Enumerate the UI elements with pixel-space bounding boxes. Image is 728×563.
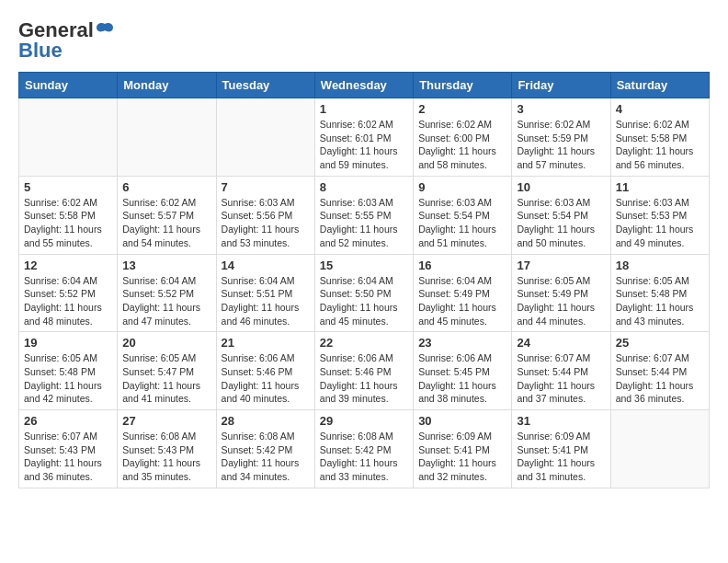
day-info: Sunrise: 6:07 AM Sunset: 5:43 PM Dayligh… [24, 430, 112, 484]
day-info: Sunrise: 6:07 AM Sunset: 5:44 PM Dayligh… [517, 351, 605, 406]
day-number: 29 [320, 414, 408, 428]
calendar-cell [610, 410, 709, 488]
header-friday: Friday [512, 73, 610, 98]
day-number: 6 [122, 180, 210, 194]
day-number: 25 [616, 336, 704, 350]
calendar-cell: 16Sunrise: 6:04 AM Sunset: 5:49 PM Dayli… [414, 254, 512, 332]
calendar-cell: 5Sunrise: 6:02 AM Sunset: 5:58 PM Daylig… [19, 176, 118, 254]
day-info: Sunrise: 6:04 AM Sunset: 5:52 PM Dayligh… [24, 274, 112, 328]
day-info: Sunrise: 6:09 AM Sunset: 5:41 PM Dayligh… [517, 430, 605, 484]
calendar-cell: 11Sunrise: 6:03 AM Sunset: 5:53 PM Dayli… [610, 176, 709, 254]
header-monday: Monday [118, 73, 216, 98]
calendar-cell: 6Sunrise: 6:02 AM Sunset: 5:57 PM Daylig… [118, 176, 216, 254]
calendar-header-row: SundayMondayTuesdayWednesdayThursdayFrid… [19, 73, 710, 98]
calendar-week-4: 26Sunrise: 6:07 AM Sunset: 5:43 PM Dayli… [19, 410, 710, 488]
day-info: Sunrise: 6:02 AM Sunset: 5:59 PM Dayligh… [517, 118, 605, 172]
day-number: 15 [320, 259, 408, 272]
calendar-cell: 9Sunrise: 6:03 AM Sunset: 5:54 PM Daylig… [414, 176, 512, 254]
calendar-cell: 26Sunrise: 6:07 AM Sunset: 5:43 PM Dayli… [19, 410, 118, 488]
header-wednesday: Wednesday [314, 73, 413, 98]
day-number: 1 [320, 102, 408, 116]
day-info: Sunrise: 6:04 AM Sunset: 5:49 PM Dayligh… [418, 274, 506, 328]
day-info: Sunrise: 6:03 AM Sunset: 5:54 PM Dayligh… [418, 196, 506, 250]
day-number: 23 [418, 336, 506, 350]
calendar-cell: 31Sunrise: 6:09 AM Sunset: 5:41 PM Dayli… [512, 410, 610, 488]
day-number: 18 [616, 259, 704, 272]
day-info: Sunrise: 6:02 AM Sunset: 5:58 PM Dayligh… [616, 118, 704, 172]
day-number: 2 [418, 102, 506, 116]
day-info: Sunrise: 6:06 AM Sunset: 5:45 PM Dayligh… [418, 351, 506, 406]
logo-blue-text: Blue [18, 39, 63, 63]
header-tuesday: Tuesday [216, 73, 314, 98]
calendar-cell [118, 98, 216, 177]
day-info: Sunrise: 6:02 AM Sunset: 6:01 PM Dayligh… [320, 118, 408, 172]
calendar-cell: 28Sunrise: 6:08 AM Sunset: 5:42 PM Dayli… [216, 410, 314, 488]
day-info: Sunrise: 6:04 AM Sunset: 5:52 PM Dayligh… [122, 274, 210, 328]
calendar-cell: 12Sunrise: 6:04 AM Sunset: 5:52 PM Dayli… [19, 254, 118, 332]
day-number: 27 [122, 414, 210, 428]
day-number: 4 [616, 102, 704, 116]
calendar-week-2: 12Sunrise: 6:04 AM Sunset: 5:52 PM Dayli… [19, 254, 710, 332]
calendar-cell: 19Sunrise: 6:05 AM Sunset: 5:48 PM Dayli… [19, 332, 118, 410]
calendar-cell: 21Sunrise: 6:06 AM Sunset: 5:46 PM Dayli… [216, 332, 314, 410]
day-number: 11 [616, 180, 704, 194]
day-number: 21 [222, 336, 310, 350]
day-info: Sunrise: 6:06 AM Sunset: 5:46 PM Dayligh… [320, 351, 408, 406]
calendar-cell: 4Sunrise: 6:02 AM Sunset: 5:58 PM Daylig… [610, 98, 709, 177]
day-info: Sunrise: 6:08 AM Sunset: 5:43 PM Dayligh… [122, 430, 210, 484]
calendar-cell: 27Sunrise: 6:08 AM Sunset: 5:43 PM Dayli… [118, 410, 216, 488]
day-number: 26 [24, 414, 112, 428]
day-number: 30 [418, 414, 506, 428]
day-number: 5 [24, 180, 112, 194]
day-info: Sunrise: 6:02 AM Sunset: 5:58 PM Dayligh… [24, 196, 112, 250]
day-number: 19 [24, 336, 112, 350]
calendar-cell: 20Sunrise: 6:05 AM Sunset: 5:47 PM Dayli… [118, 332, 216, 410]
calendar-week-0: 1Sunrise: 6:02 AM Sunset: 6:01 PM Daylig… [19, 98, 710, 177]
calendar-cell: 7Sunrise: 6:03 AM Sunset: 5:56 PM Daylig… [216, 176, 314, 254]
calendar-week-3: 19Sunrise: 6:05 AM Sunset: 5:48 PM Dayli… [19, 332, 710, 410]
calendar-cell: 15Sunrise: 6:04 AM Sunset: 5:50 PM Dayli… [314, 254, 413, 332]
page-header: General Blue [18, 18, 710, 63]
day-number: 3 [517, 102, 605, 116]
day-info: Sunrise: 6:02 AM Sunset: 5:57 PM Dayligh… [122, 196, 210, 250]
calendar-cell: 2Sunrise: 6:02 AM Sunset: 6:00 PM Daylig… [414, 98, 512, 177]
day-info: Sunrise: 6:03 AM Sunset: 5:56 PM Dayligh… [222, 196, 310, 250]
day-info: Sunrise: 6:08 AM Sunset: 5:42 PM Dayligh… [320, 430, 408, 484]
header-sunday: Sunday [19, 73, 118, 98]
day-info: Sunrise: 6:04 AM Sunset: 5:51 PM Dayligh… [222, 274, 310, 328]
day-number: 22 [320, 336, 408, 350]
calendar-cell: 29Sunrise: 6:08 AM Sunset: 5:42 PM Dayli… [314, 410, 413, 488]
calendar-cell: 3Sunrise: 6:02 AM Sunset: 5:59 PM Daylig… [512, 98, 610, 177]
day-number: 13 [122, 259, 210, 272]
header-saturday: Saturday [610, 73, 709, 98]
day-info: Sunrise: 6:03 AM Sunset: 5:53 PM Dayligh… [616, 196, 704, 250]
day-number: 14 [222, 259, 310, 272]
calendar-cell: 22Sunrise: 6:06 AM Sunset: 5:46 PM Dayli… [314, 332, 413, 410]
day-number: 28 [222, 414, 310, 428]
logo-bird-icon [95, 20, 115, 40]
calendar-cell: 25Sunrise: 6:07 AM Sunset: 5:44 PM Dayli… [610, 332, 709, 410]
day-info: Sunrise: 6:03 AM Sunset: 5:54 PM Dayligh… [517, 196, 605, 250]
day-number: 31 [517, 414, 605, 428]
day-info: Sunrise: 6:05 AM Sunset: 5:48 PM Dayligh… [616, 274, 704, 328]
calendar-cell: 14Sunrise: 6:04 AM Sunset: 5:51 PM Dayli… [216, 254, 314, 332]
day-info: Sunrise: 6:07 AM Sunset: 5:44 PM Dayligh… [616, 351, 704, 406]
calendar-cell [216, 98, 314, 177]
day-info: Sunrise: 6:06 AM Sunset: 5:46 PM Dayligh… [222, 351, 310, 406]
day-number: 8 [320, 180, 408, 194]
day-info: Sunrise: 6:05 AM Sunset: 5:47 PM Dayligh… [122, 351, 210, 406]
calendar-cell: 13Sunrise: 6:04 AM Sunset: 5:52 PM Dayli… [118, 254, 216, 332]
day-number: 24 [517, 336, 605, 350]
calendar-week-1: 5Sunrise: 6:02 AM Sunset: 5:58 PM Daylig… [19, 176, 710, 254]
day-number: 17 [517, 259, 605, 272]
calendar-cell: 17Sunrise: 6:05 AM Sunset: 5:49 PM Dayli… [512, 254, 610, 332]
day-info: Sunrise: 6:05 AM Sunset: 5:49 PM Dayligh… [517, 274, 605, 328]
day-info: Sunrise: 6:03 AM Sunset: 5:55 PM Dayligh… [320, 196, 408, 250]
day-number: 7 [222, 180, 310, 194]
day-info: Sunrise: 6:02 AM Sunset: 6:00 PM Dayligh… [418, 118, 506, 172]
day-number: 12 [24, 259, 112, 272]
day-number: 10 [517, 180, 605, 194]
calendar-table: SundayMondayTuesdayWednesdayThursdayFrid… [18, 72, 710, 488]
calendar-cell: 8Sunrise: 6:03 AM Sunset: 5:55 PM Daylig… [314, 176, 413, 254]
calendar-cell: 24Sunrise: 6:07 AM Sunset: 5:44 PM Dayli… [512, 332, 610, 410]
